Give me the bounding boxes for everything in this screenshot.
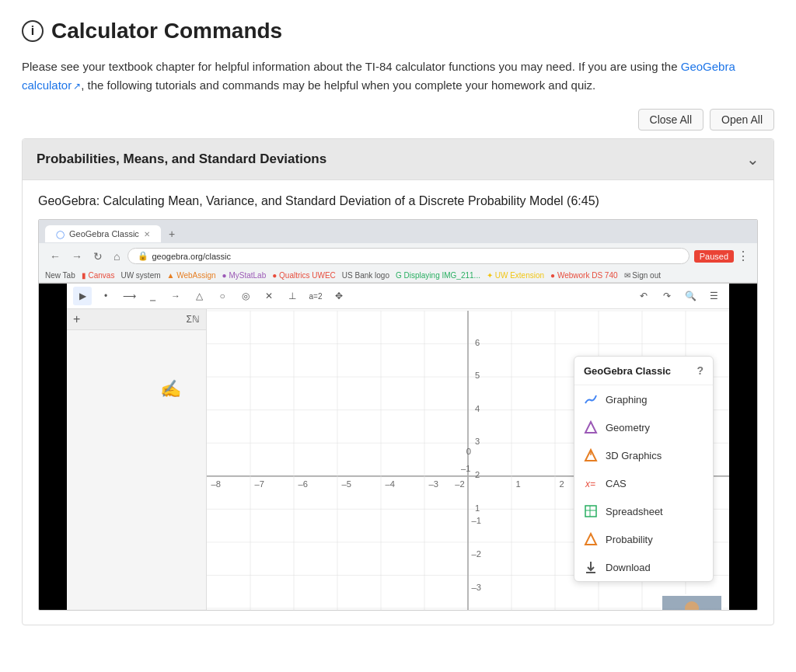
- tab-close-icon[interactable]: ✕: [144, 230, 150, 239]
- intersect-tool[interactable]: ✕: [260, 287, 278, 305]
- line-tool[interactable]: ⟶: [120, 287, 138, 305]
- geogebra-classic-popup[interactable]: GeoGebra Classic ? Graphing: [574, 356, 714, 582]
- video-container[interactable]: ◯ GeoGebra Classic ✕ + ← → ↻ ⌂ 🔒: [38, 219, 758, 611]
- browser-chrome: ◯ GeoGebra Classic ✕ + ← → ↻ ⌂ 🔒: [39, 220, 757, 284]
- browser-bookmarks: New Tab ▮ Canvas UW system ▲ WebAssign ●…: [39, 269, 757, 283]
- address-bar[interactable]: 🔒 geogebra.org/classic: [127, 248, 689, 264]
- bookmark-newtab[interactable]: New Tab: [45, 271, 75, 280]
- circle-tool[interactable]: ○: [213, 287, 232, 305]
- bookmark-qualtrics[interactable]: ● Qualtrics UWEC: [272, 271, 336, 280]
- bookmark-canvas[interactable]: ▮ Canvas: [82, 271, 115, 280]
- geogebra-app: ▶ • ⟶ ⎯ → △ ○ ◎ ✕ ⊥ a=2 ✥: [39, 284, 757, 610]
- point-tool[interactable]: •: [96, 287, 115, 305]
- video-title: GeoGebra: Calculating Mean, Variance, an…: [38, 194, 758, 208]
- menu-item-cas[interactable]: x= CAS: [574, 469, 713, 497]
- accordion-header[interactable]: Probabilities, Means, and Standard Devia…: [23, 139, 773, 179]
- bookmark-usbank[interactable]: US Bank logo: [342, 271, 389, 280]
- new-tab-button[interactable]: +: [162, 225, 181, 243]
- svg-text:5: 5: [475, 371, 480, 380]
- polygon-tool[interactable]: △: [190, 287, 208, 305]
- home-button[interactable]: ⌂: [110, 249, 123, 264]
- menu-item-probability[interactable]: Probability: [574, 525, 713, 553]
- svg-text:–3: –3: [429, 479, 438, 489]
- algebra-panel: + Σℕ ✍: [67, 309, 207, 611]
- select-tool[interactable]: ▶: [73, 287, 92, 305]
- popup-header: GeoGebra Classic ?: [574, 357, 713, 385]
- browser-nav: ← → ↻ ⌂ 🔒 geogebra.org/classic Paused ⋮: [39, 243, 757, 269]
- bookmark-uwsystem[interactable]: UW system: [120, 271, 160, 280]
- svg-text:–4: –4: [386, 479, 395, 489]
- popup-help-icon[interactable]: ?: [696, 364, 703, 377]
- geo-toolbar: ▶ • ⟶ ⎯ → △ ○ ◎ ✕ ⊥ a=2 ✥: [67, 284, 729, 309]
- plus-button[interactable]: +: [73, 312, 80, 326]
- page-header: i Calculator Commands: [22, 19, 774, 44]
- forward-button[interactable]: →: [68, 249, 86, 264]
- svg-text:1: 1: [516, 479, 521, 489]
- chevron-down-icon: ⌄: [746, 150, 759, 169]
- 3d-graphics-icon: [584, 448, 598, 462]
- presenter-head: [685, 601, 699, 611]
- svg-marker-45: [585, 422, 596, 433]
- svg-text:–1: –1: [461, 464, 470, 473]
- svg-text:6: 6: [475, 338, 480, 347]
- menu-button[interactable]: ☰: [704, 287, 723, 305]
- bookmark-webassign[interactable]: ▲ WebAssign: [167, 271, 216, 280]
- algebra-header: + Σℕ: [67, 309, 206, 330]
- cursor-hand-icon: ✍: [160, 379, 181, 399]
- svg-text:–6: –6: [298, 479, 308, 489]
- black-left-panel: [39, 284, 67, 610]
- bookmark-mystatlab[interactable]: ● MyStatLab: [222, 271, 267, 280]
- redo-button[interactable]: ↷: [658, 287, 676, 305]
- menu-item-3d[interactable]: 3D Graphics: [574, 441, 713, 469]
- svg-marker-52: [585, 534, 596, 545]
- bookmark-uwext[interactable]: ✦ UW Extension: [487, 271, 544, 280]
- perpendicular-tool[interactable]: ⊥: [283, 287, 302, 305]
- svg-text:4: 4: [475, 404, 480, 413]
- undo-button[interactable]: ↶: [634, 287, 653, 305]
- bookmark-signout[interactable]: ✉ Sign out: [624, 271, 661, 280]
- close-all-button[interactable]: Close All: [638, 109, 703, 131]
- geo-canvas-area: + Σℕ ✍: [67, 309, 729, 611]
- menu-label-probability: Probability: [606, 534, 653, 545]
- page-title: Calculator Commands: [51, 19, 282, 44]
- more-button[interactable]: ⋮: [737, 249, 749, 263]
- external-link-icon: ↗: [73, 79, 81, 94]
- bookmark-img[interactable]: G Displaying IMG_211...: [396, 271, 480, 280]
- menu-item-spreadsheet[interactable]: Spreadsheet: [574, 497, 713, 525]
- graphing-icon: [584, 392, 598, 406]
- svg-rect-49: [585, 506, 596, 517]
- svg-text:x=: x=: [585, 479, 595, 489]
- accordion-title: Probabilities, Means, and Standard Devia…: [37, 151, 326, 167]
- coordinate-graph[interactable]: –8 –7 –6 –5 –4 –3 –2 –1 0 1: [207, 309, 729, 611]
- menu-label-3d: 3D Graphics: [606, 450, 662, 461]
- search-tool[interactable]: 🔍: [681, 287, 700, 305]
- black-right-panel: [729, 284, 757, 610]
- menu-item-graphing[interactable]: Graphing: [574, 385, 713, 413]
- spreadsheet-icon: [584, 504, 598, 518]
- browser-actions: Paused ⋮: [694, 249, 749, 263]
- url-text: geogebra.org/classic: [152, 252, 231, 261]
- ellipse-tool[interactable]: ◎: [236, 287, 255, 305]
- svg-text:–8: –8: [211, 479, 221, 489]
- paused-badge: Paused: [694, 250, 734, 263]
- download-icon: [584, 560, 598, 574]
- geogebra-main: ▶ • ⟶ ⎯ → △ ○ ◎ ✕ ⊥ a=2 ✥: [67, 284, 729, 610]
- back-button[interactable]: ←: [47, 249, 64, 264]
- menu-item-download[interactable]: Download: [574, 553, 713, 581]
- svg-text:–7: –7: [255, 479, 264, 489]
- segment-tool[interactable]: ⎯: [143, 287, 162, 305]
- move-tool[interactable]: ✥: [330, 287, 348, 305]
- refresh-button[interactable]: ↻: [90, 249, 106, 264]
- bookmark-webwork[interactable]: ● Webwork DS 740: [550, 271, 617, 280]
- menu-label-cas: CAS: [606, 478, 627, 489]
- svg-text:3: 3: [475, 437, 480, 446]
- label-tool[interactable]: a=2: [306, 287, 325, 305]
- browser-simulation: ◯ GeoGebra Classic ✕ + ← → ↻ ⌂ 🔒: [39, 220, 757, 610]
- menu-item-geometry[interactable]: Geometry: [574, 413, 713, 441]
- ray-tool[interactable]: →: [166, 287, 185, 305]
- open-all-button[interactable]: Open All: [710, 109, 774, 131]
- svg-text:–2: –2: [455, 479, 464, 489]
- presenter-image: [662, 596, 721, 611]
- svg-text:–1: –1: [471, 516, 480, 525]
- browser-tab-active[interactable]: ◯ GeoGebra Classic ✕: [45, 225, 161, 242]
